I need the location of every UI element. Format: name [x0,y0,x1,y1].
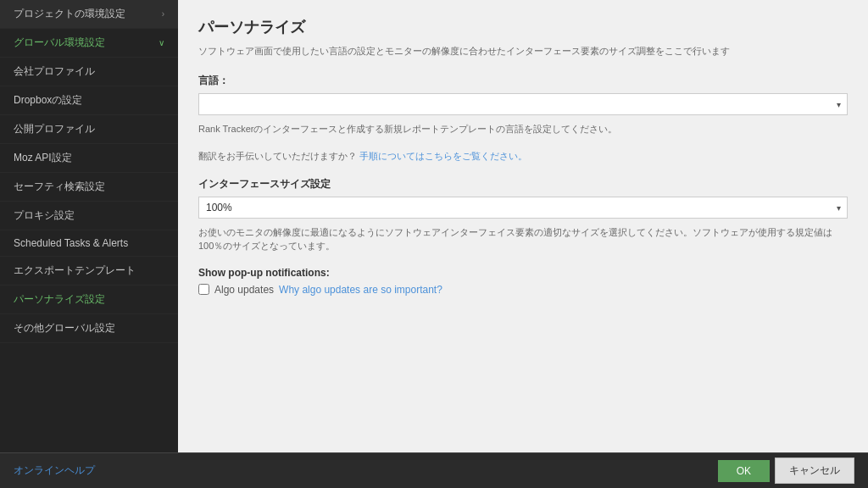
language-helper-text: Rank Trackerのインターフェースと作成する新規レポートテンプレートの言… [198,122,848,136]
algo-updates-checkbox[interactable] [198,284,209,295]
sidebar-item-other-global[interactable]: その他グローバル設定 [0,314,178,343]
algo-updates-link[interactable]: Why algo updates are so important? [279,284,442,296]
popup-label: Show pop-up notifications: [198,267,848,279]
online-help-link[interactable]: オンラインヘルプ [14,463,95,478]
popup-section: Show pop-up notifications: Algo updates … [198,267,848,296]
sidebar-item-company-profile[interactable]: 会社プロファイル [0,58,178,86]
sidebar-item-label: エクスポートテンプレート [14,263,136,278]
language-helper-label: Rank Trackerのインターフェースと作成する新規レポートテンプレートの言… [198,124,617,134]
language-label: 言語： [198,74,848,88]
sidebar-item-project-env[interactable]: プロジェクトの環境設定 › [0,0,178,29]
sidebar-item-scheduled[interactable]: Scheduled Tasks & Alerts [0,230,178,257]
page-title: パーソナライズ [198,17,848,37]
sidebar-item-safety-search[interactable]: セーフティ検索設定 [0,173,178,202]
sidebar-item-label: プロキシ設定 [14,208,75,223]
cancel-button[interactable]: キャンセル [775,458,854,484]
sidebar-item-label: グローバル環境設定 [14,36,105,50]
interface-size-title: インターフェースサイズ設定 [198,177,848,191]
translation-prompt-row: 翻訳をお手伝いしていただけますか？ 手順についてはこちらをご覧ください。 [198,149,848,164]
sidebar-item-label: その他グローバル設定 [14,321,115,336]
ok-button[interactable]: OK [718,460,770,482]
sidebar-item-label: パーソナライズ設定 [14,292,105,307]
content-area: パーソナライズ ソフトウェア画面で使用したい言語の設定とモニターの解像度に合わせ… [178,0,868,452]
language-select[interactable] [198,93,848,115]
sidebar-item-personalize[interactable]: パーソナライズ設定 [0,286,178,314]
sidebar-item-export-template[interactable]: エクスポートテンプレート [0,257,178,286]
interface-size-helper: お使いのモニタの解像度に最適になるようにソフトウェアインターフェイス要素の適切な… [198,225,848,253]
sidebar-item-label: 公開プロファイル [14,122,95,136]
language-select-wrapper: ▾ [198,93,848,115]
sidebar-item-label: Dropboxの設定 [14,93,82,108]
bottom-bar: オンラインヘルプ OK キャンセル [0,452,868,488]
chevron-down-icon: ∨ [159,38,164,47]
sidebar-item-label: Scheduled Tasks & Alerts [14,237,128,249]
bottom-buttons: OK キャンセル [718,458,854,484]
sidebar-item-label: 会社プロファイル [14,64,95,79]
sidebar-item-label: Moz API設定 [14,151,72,165]
sidebar-item-moz-api[interactable]: Moz API設定 [0,144,178,173]
page-description: ソフトウェア画面で使用したい言語の設定とモニターの解像度に合わせたインターフェー… [198,44,848,58]
interface-size-select-wrapper: 100% 125% 150% 75% ▾ [198,197,848,219]
sidebar-item-label: プロジェクトの環境設定 [14,7,125,21]
algo-updates-label: Algo updates [214,284,274,296]
translation-prompt-text: 翻訳をお手伝いしていただけますか？ [198,151,357,161]
chevron-right-icon: › [162,9,164,19]
sidebar-item-dropbox[interactable]: Dropboxの設定 [0,86,178,115]
interface-size-section: インターフェースサイズ設定 100% 125% 150% 75% ▾ お使いのモ… [198,177,848,253]
main-content: パーソナライズ ソフトウェア画面で使用したい言語の設定とモニターの解像度に合わせ… [178,0,868,452]
sidebar: プロジェクトの環境設定 › グローバル環境設定 ∨ 会社プロファイル Dropb… [0,0,178,452]
interface-size-select[interactable]: 100% 125% 150% 75% [198,197,848,219]
sidebar-item-public-profile[interactable]: 公開プロファイル [0,115,178,144]
sidebar-item-label: セーフティ検索設定 [14,180,105,194]
translation-link[interactable]: 手順についてはこちらをご覧ください。 [359,151,527,161]
sidebar-item-proxy[interactable]: プロキシ設定 [0,202,178,230]
algo-updates-row: Algo updates Why algo updates are so imp… [198,284,848,296]
sidebar-item-global-env[interactable]: グローバル環境設定 ∨ [0,29,178,58]
